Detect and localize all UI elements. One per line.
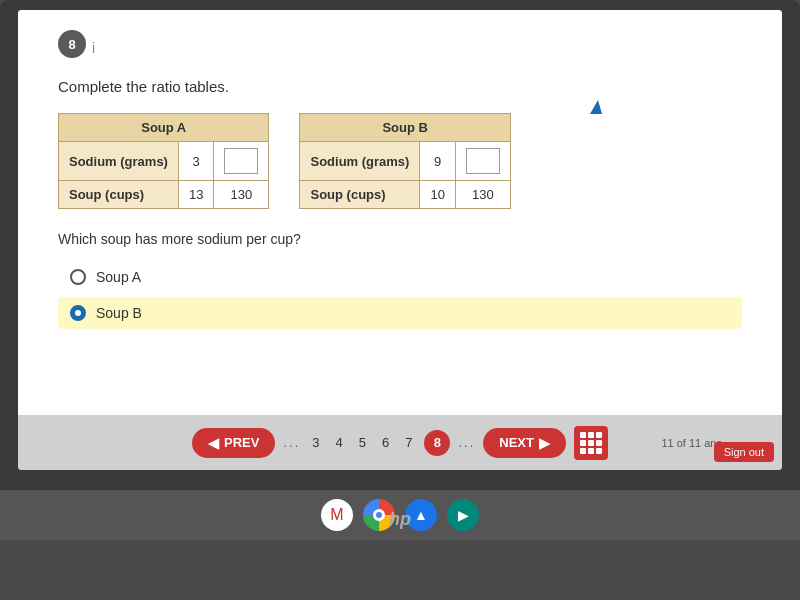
page-7[interactable]: 7	[401, 435, 416, 450]
radio-soup-a[interactable]	[70, 269, 86, 285]
soup-b-title: Soup B	[300, 114, 510, 142]
table-row: Soup (cups) 13 130	[59, 181, 269, 209]
table-row: Sodium (grams) 9	[300, 142, 510, 181]
dots-right: ...	[458, 435, 475, 450]
bottom-toolbar: ◀ PREV ... 3 4 5 6 7 8 ... NEXT ▶ 11 of …	[18, 415, 782, 470]
prev-arrow-icon: ◀	[208, 435, 219, 451]
next-label: NEXT	[499, 435, 534, 450]
prev-label: PREV	[224, 435, 259, 450]
soup-cups-label-b: Soup (cups)	[300, 181, 420, 209]
chrome-center	[373, 509, 385, 521]
next-arrow-icon: ▶	[539, 435, 550, 451]
meet-icon[interactable]: ▶	[447, 499, 479, 531]
sodium-val-b: 9	[420, 142, 455, 181]
prev-button[interactable]: ◀ PREV	[192, 428, 275, 458]
grid-dot-4	[580, 440, 586, 446]
grid-view-button[interactable]	[574, 426, 608, 460]
grid-dot-2	[588, 432, 594, 438]
soup-val-a-2: 130	[214, 181, 269, 209]
hp-logo: hp	[389, 509, 411, 530]
sub-question-text: Which soup has more sodium per cup?	[58, 231, 742, 247]
grid-dot-3	[596, 432, 602, 438]
radio-soup-b[interactable]	[70, 305, 86, 321]
option-soup-b[interactable]: Soup B	[58, 297, 742, 329]
sodium-label-a: Sodium (grams)	[59, 142, 179, 181]
soup-val-b-2: 130	[455, 181, 510, 209]
page-5[interactable]: 5	[355, 435, 370, 450]
soup-val-b-1: 10	[420, 181, 455, 209]
grid-dot-7	[580, 448, 586, 454]
content-area: 8 i Complete the ratio tables. Soup A So…	[18, 10, 782, 415]
instruction-text: Complete the ratio tables.	[58, 78, 742, 95]
grid-dot-1	[580, 432, 586, 438]
table-row: Soup (cups) 10 130	[300, 181, 510, 209]
soup-cups-label-a: Soup (cups)	[59, 181, 179, 209]
soup-a-table: Soup A Sodium (grams) 3 Soup (cups) 13 1…	[58, 113, 269, 209]
dots-left: ...	[283, 435, 300, 450]
soup-val-a-1: 13	[179, 181, 214, 209]
info-icon[interactable]: i	[92, 40, 95, 56]
gmail-icon[interactable]: M	[321, 499, 353, 531]
page-8-current[interactable]: 8	[424, 430, 450, 456]
question-number-badge: 8	[58, 30, 86, 58]
sodium-input-b[interactable]	[455, 142, 510, 181]
page-3[interactable]: 3	[308, 435, 323, 450]
page-6[interactable]: 6	[378, 435, 393, 450]
mouse-cursor	[590, 100, 602, 114]
soup-a-title: Soup A	[59, 114, 269, 142]
screen: 8 i Complete the ratio tables. Soup A So…	[18, 10, 782, 470]
option-soup-a-label: Soup A	[96, 269, 141, 285]
sign-out-button[interactable]: Sign out	[714, 442, 774, 462]
grid-dot-5	[588, 440, 594, 446]
next-button[interactable]: NEXT ▶	[483, 428, 566, 458]
option-soup-a[interactable]: Soup A	[58, 261, 742, 293]
soup-b-table: Soup B Sodium (grams) 9 Soup (cups) 10 1…	[299, 113, 510, 209]
table-row: Sodium (grams) 3	[59, 142, 269, 181]
grid-dot-8	[588, 448, 594, 454]
sodium-label-b: Sodium (grams)	[300, 142, 420, 181]
answer-count: 11 of 11 ans	[661, 437, 722, 449]
grid-dot-9	[596, 448, 602, 454]
sodium-val-a: 3	[179, 142, 214, 181]
grid-dot-6	[596, 440, 602, 446]
sodium-input-a[interactable]	[214, 142, 269, 181]
page-4[interactable]: 4	[332, 435, 347, 450]
tables-container: Soup A Sodium (grams) 3 Soup (cups) 13 1…	[58, 113, 742, 209]
option-soup-b-label: Soup B	[96, 305, 142, 321]
